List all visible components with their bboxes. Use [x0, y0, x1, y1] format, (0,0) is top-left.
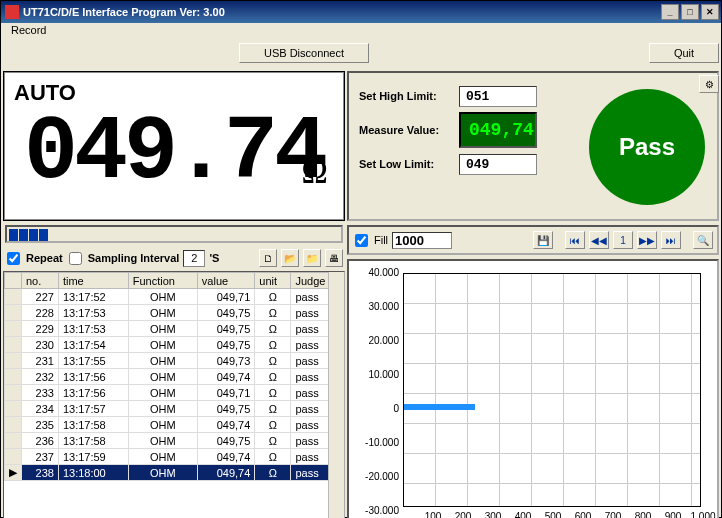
repeat-label: Repeat	[26, 252, 63, 264]
chart-y-tick: -30.000	[355, 505, 399, 516]
sampling-label: Sampling Interval	[88, 252, 180, 264]
col-time[interactable]: time	[58, 273, 128, 289]
chart-y-tick: 0	[355, 403, 399, 414]
chart-y-tick: 10.000	[355, 369, 399, 380]
table-row[interactable]: 22913:17:53OHM049,75Ωpass	[5, 321, 344, 337]
quit-button[interactable]: Quit	[649, 43, 719, 63]
titlebar: UT71C/D/E Interface Program Ver: 3.00 _ …	[1, 1, 721, 23]
lcd-display: AUTO 049.74 Ω	[3, 71, 345, 221]
chart-x-tick: 700	[605, 511, 622, 518]
low-limit-label: Set Low Limit:	[359, 158, 459, 170]
sampling-checkbox[interactable]	[69, 252, 82, 265]
table-row[interactable]: 23113:17:55OHM049,73Ωpass	[5, 353, 344, 369]
new-file-icon[interactable]: 🗋	[259, 249, 277, 267]
table-row[interactable]: 23313:17:56OHM049,71Ωpass	[5, 385, 344, 401]
chart-x-tick: 600	[575, 511, 592, 518]
table-row[interactable]: 22713:17:52OHM049,71Ωpass	[5, 289, 344, 305]
minimize-button[interactable]: _	[661, 4, 679, 20]
sampling-unit: 'S	[209, 252, 219, 264]
chart-x-tick: 500	[545, 511, 562, 518]
high-limit-input[interactable]	[459, 86, 537, 107]
table-row[interactable]: 23213:17:56OHM049,74Ωpass	[5, 369, 344, 385]
chart-x-tick: 300	[485, 511, 502, 518]
col-unit[interactable]: unit	[255, 273, 291, 289]
fill-input[interactable]	[392, 232, 452, 249]
limits-panel: ⚙ Set High Limit: Measure Value: 049,74 …	[347, 71, 719, 221]
chart-nav: Fill 💾 ⏮ ◀◀ 1 ▶▶ ⏭ 🔍	[347, 225, 719, 255]
col-function[interactable]: Function	[128, 273, 197, 289]
low-limit-input[interactable]	[459, 154, 537, 175]
save-chart-icon[interactable]: 💾	[533, 231, 553, 249]
repeat-checkbox[interactable]	[7, 252, 20, 265]
fill-checkbox[interactable]	[355, 234, 368, 247]
open-file-icon[interactable]: 📂	[281, 249, 299, 267]
chart-x-tick: 100	[425, 511, 442, 518]
table-row[interactable]: 23713:17:59OHM049,74Ωpass	[5, 449, 344, 465]
table-row[interactable]: 23413:17:57OHM049,75Ωpass	[5, 401, 344, 417]
chart-x-tick: 200	[455, 511, 472, 518]
app-window: UT71C/D/E Interface Program Ver: 3.00 _ …	[0, 0, 722, 518]
table-row[interactable]: 23013:17:54OHM049,75Ωpass	[5, 337, 344, 353]
chart-y-tick: 30.000	[355, 301, 399, 312]
print-icon[interactable]: 🖶	[325, 249, 343, 267]
table-row[interactable]: 23513:17:58OHM049,74Ωpass	[5, 417, 344, 433]
chart-x-tick: 400	[515, 511, 532, 518]
nav-page[interactable]: 1	[613, 231, 633, 249]
record-toolbar: Repeat Sampling Interval 'S 🗋 📂 📁 🖶	[3, 245, 345, 271]
app-icon	[5, 5, 19, 19]
sampling-interval-input[interactable]	[183, 250, 205, 267]
nav-first-icon[interactable]: ⏮	[565, 231, 585, 249]
menu-record[interactable]: Record	[7, 22, 50, 38]
nav-last-icon[interactable]: ⏭	[661, 231, 681, 249]
fill-label: Fill	[374, 234, 388, 246]
nav-prev-icon[interactable]: ◀◀	[589, 231, 609, 249]
close-button[interactable]: ✕	[701, 4, 719, 20]
nav-next-icon[interactable]: ▶▶	[637, 231, 657, 249]
lcd-digits: 049.74	[24, 96, 304, 210]
chart-y-tick: -20.000	[355, 471, 399, 482]
high-limit-label: Set High Limit:	[359, 90, 459, 102]
table-row[interactable]: ▶23813:18:00OHM049,74Ωpass	[5, 465, 344, 481]
chart-x-tick: 1.000	[690, 511, 715, 518]
config-icon[interactable]: ⚙	[699, 75, 719, 93]
menubar: Record	[1, 23, 721, 41]
window-title: UT71C/D/E Interface Program Ver: 3.00	[23, 6, 661, 18]
chart: 40.00030.00020.00010.0000-10.000-20.000-…	[347, 259, 719, 518]
data-table[interactable]: no. time Function value unit Judge 22713…	[3, 271, 345, 518]
table-row[interactable]: 23613:17:58OHM049,75Ωpass	[5, 433, 344, 449]
table-scrollbar[interactable]	[328, 272, 344, 518]
col-value[interactable]: value	[197, 273, 255, 289]
zoom-icon[interactable]: 🔍	[693, 231, 713, 249]
chart-plot	[403, 273, 701, 507]
save-file-icon[interactable]: 📁	[303, 249, 321, 267]
segment-indicator	[5, 225, 343, 243]
pass-indicator: Pass	[589, 89, 705, 205]
chart-x-tick: 900	[665, 511, 682, 518]
chart-y-tick: 20.000	[355, 335, 399, 346]
chart-bar	[404, 404, 475, 410]
chart-y-tick: -10.000	[355, 437, 399, 448]
table-row[interactable]: 22813:17:53OHM049,75Ωpass	[5, 305, 344, 321]
measure-label: Measure Value:	[359, 124, 459, 136]
maximize-button[interactable]: □	[681, 4, 699, 20]
measure-value: 049,74	[459, 112, 537, 148]
usb-disconnect-button[interactable]: USB Disconnect	[239, 43, 369, 63]
col-no[interactable]: no.	[22, 273, 59, 289]
lcd-unit: Ω	[301, 150, 328, 192]
chart-y-tick: 40.000	[355, 267, 399, 278]
chart-x-tick: 800	[635, 511, 652, 518]
